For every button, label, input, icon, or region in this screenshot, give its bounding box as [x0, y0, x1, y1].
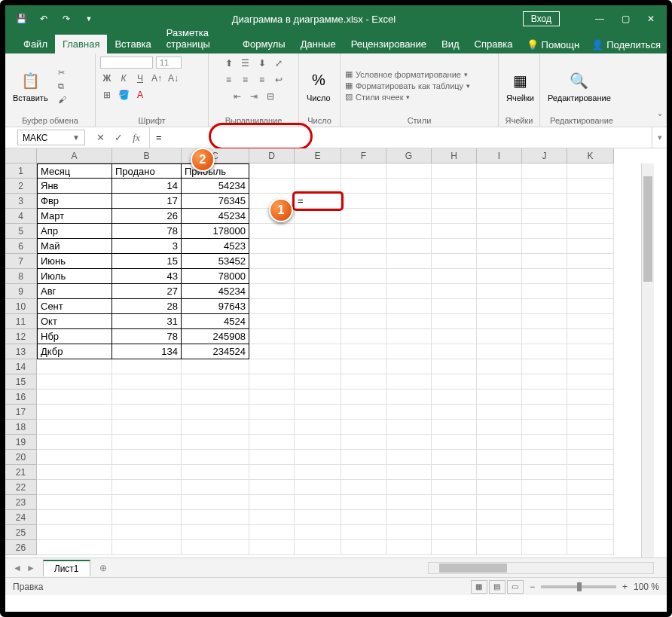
- wrap-text-icon[interactable]: ↩: [272, 73, 286, 87]
- cell-D25[interactable]: [249, 525, 295, 540]
- cell-A1[interactable]: Месяц: [37, 163, 112, 179]
- view-normal-icon[interactable]: ▦: [471, 580, 487, 594]
- align-left-icon[interactable]: ≡: [222, 73, 236, 87]
- cell-A5[interactable]: Апр: [37, 224, 112, 239]
- cell-D18[interactable]: [249, 420, 295, 435]
- close-icon[interactable]: ✕: [641, 9, 661, 29]
- cell-F20[interactable]: [341, 450, 386, 465]
- cell-E10[interactable]: [295, 299, 341, 314]
- cell-G2[interactable]: [386, 179, 432, 194]
- orientation-icon[interactable]: ⤢: [272, 57, 286, 70]
- cell-I6[interactable]: [477, 239, 522, 254]
- col-header-A[interactable]: A: [37, 148, 112, 163]
- cell-G19[interactable]: [386, 435, 432, 450]
- cell-K4[interactable]: [567, 209, 614, 224]
- share-button[interactable]: Поделиться: [606, 39, 661, 50]
- cell-E13[interactable]: [295, 344, 341, 359]
- cell-D13[interactable]: [249, 344, 295, 359]
- row-header-22[interactable]: 22: [5, 480, 37, 495]
- cell-C8[interactable]: 78000: [182, 269, 249, 284]
- cell-G6[interactable]: [386, 239, 432, 254]
- cell-J15[interactable]: [522, 374, 567, 389]
- cell-H20[interactable]: [432, 450, 477, 465]
- cell-J13[interactable]: [522, 344, 567, 359]
- redo-icon[interactable]: ↷: [57, 9, 76, 29]
- cell-F3[interactable]: [341, 194, 386, 209]
- zoom-in-icon[interactable]: +: [622, 582, 628, 592]
- cell-C20[interactable]: [182, 450, 249, 465]
- col-header-H[interactable]: H: [432, 148, 477, 163]
- view-layout-icon[interactable]: ▤: [489, 580, 506, 594]
- col-header-K[interactable]: K: [567, 148, 614, 163]
- cell-K16[interactable]: [567, 389, 614, 405]
- row-header-21[interactable]: 21: [5, 465, 37, 480]
- row-header-13[interactable]: 13: [5, 344, 37, 359]
- cell-G5[interactable]: [386, 224, 432, 239]
- cell-I25[interactable]: [477, 525, 522, 540]
- cell-I23[interactable]: [477, 495, 522, 510]
- cell-B25[interactable]: [112, 525, 182, 540]
- cell-A21[interactable]: [37, 465, 112, 480]
- cell-H3[interactable]: [432, 194, 477, 209]
- cell-A22[interactable]: [37, 480, 112, 495]
- zoom-out-icon[interactable]: −: [530, 582, 535, 592]
- cell-B3[interactable]: 17: [112, 194, 182, 209]
- cell-H14[interactable]: [432, 359, 477, 374]
- cell-B14[interactable]: [112, 359, 182, 374]
- cell-F19[interactable]: [341, 435, 386, 450]
- cell-B13[interactable]: 134: [112, 344, 182, 359]
- cell-C16[interactable]: [182, 389, 249, 405]
- cell-K13[interactable]: [567, 344, 614, 359]
- cell-G12[interactable]: [386, 329, 432, 344]
- cell-E23[interactable]: [295, 495, 341, 510]
- cell-C17[interactable]: [182, 405, 249, 420]
- row-header-23[interactable]: 23: [5, 495, 37, 510]
- copy-icon[interactable]: ⧉: [56, 81, 69, 92]
- cell-F10[interactable]: [341, 299, 386, 314]
- grow-font-icon[interactable]: A↑: [150, 72, 163, 85]
- cell-D7[interactable]: [249, 254, 295, 269]
- increase-indent-icon[interactable]: ⇥: [247, 90, 261, 103]
- row-header-26[interactable]: 26: [5, 540, 37, 555]
- cell-E9[interactable]: [295, 284, 341, 299]
- cell-B15[interactable]: [112, 374, 182, 389]
- cell-G25[interactable]: [386, 525, 432, 540]
- bold-icon[interactable]: Ж: [100, 72, 114, 85]
- underline-icon[interactable]: Ч: [133, 72, 147, 85]
- select-all-corner[interactable]: [5, 148, 37, 163]
- cell-K20[interactable]: [567, 450, 614, 465]
- cell-J1[interactable]: [522, 163, 567, 179]
- cell-D9[interactable]: [249, 284, 295, 299]
- cell-K17[interactable]: [567, 405, 614, 420]
- cell-C24[interactable]: [182, 510, 249, 525]
- tab-home[interactable]: Главная: [55, 35, 107, 53]
- cell-C26[interactable]: [182, 540, 249, 555]
- sheet-nav-next-icon[interactable]: ►: [26, 563, 35, 573]
- cell-B21[interactable]: [112, 465, 182, 480]
- row-header-2[interactable]: 2: [5, 179, 37, 194]
- cell-B26[interactable]: [112, 540, 182, 555]
- cells-button[interactable]: ▦ Ячейки: [503, 68, 537, 104]
- cell-B24[interactable]: [112, 510, 182, 525]
- row-header-3[interactable]: 3: [5, 194, 37, 209]
- col-header-J[interactable]: J: [522, 148, 567, 163]
- cell-C13[interactable]: 234524: [182, 344, 249, 359]
- row-header-17[interactable]: 17: [5, 405, 37, 420]
- cell-J4[interactable]: [522, 209, 567, 224]
- cell-A8[interactable]: Июль: [37, 269, 112, 284]
- cell-E12[interactable]: [295, 329, 341, 344]
- cell-H23[interactable]: [432, 495, 477, 510]
- formula-input[interactable]: [150, 127, 652, 148]
- cell-J26[interactable]: [522, 540, 567, 555]
- cell-J19[interactable]: [522, 435, 567, 450]
- row-header-12[interactable]: 12: [5, 329, 37, 344]
- cell-G10[interactable]: [386, 299, 432, 314]
- cell-A24[interactable]: [37, 510, 112, 525]
- cell-G20[interactable]: [386, 450, 432, 465]
- cancel-formula-icon[interactable]: ✕: [92, 132, 108, 143]
- cell-H4[interactable]: [432, 209, 477, 224]
- cell-F4[interactable]: [341, 209, 386, 224]
- cell-E2[interactable]: [295, 179, 341, 194]
- cell-I3[interactable]: [477, 194, 522, 209]
- cell-B22[interactable]: [112, 480, 182, 495]
